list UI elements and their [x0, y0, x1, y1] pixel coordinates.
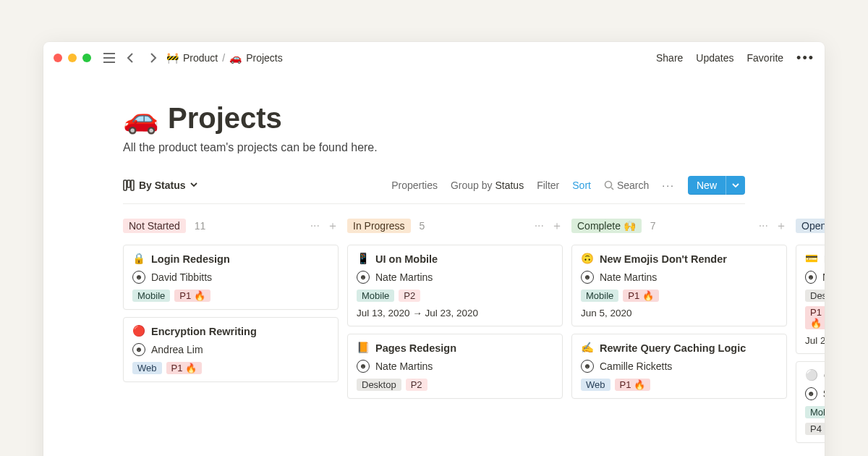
card-icon: 🔴 — [132, 325, 145, 337]
column-add-icon[interactable]: ＋ — [327, 219, 339, 234]
board-card[interactable]: 💳P☻NDesP1 🔥Jul 2 — [796, 245, 825, 354]
board-card[interactable]: 📙Pages Redesign☻Nate MartinsDesktopP2 — [347, 334, 563, 399]
svg-rect-0 — [124, 180, 127, 190]
card-title: 🔒Login Redesign — [132, 253, 329, 265]
database-toolbar: By Status Properties Group by Status Fil… — [43, 176, 825, 203]
chip: Desktop — [357, 379, 401, 391]
card-title-text: P — [824, 253, 825, 265]
nav-back-icon[interactable] — [123, 50, 139, 66]
maximize-window-icon[interactable] — [82, 54, 91, 62]
toolbar-more-icon[interactable]: ··· — [662, 180, 675, 191]
page-icon[interactable]: 🚗 — [123, 101, 159, 135]
breadcrumb-parent-icon[interactable]: 🚧 — [166, 52, 179, 64]
card-assignee: ☻Camille Ricketts — [581, 360, 778, 373]
card-icon: ⚪ — [805, 369, 818, 381]
card-title-text: UI on Mobile — [375, 253, 438, 265]
chip: Mob — [805, 406, 825, 418]
card-title: 🙃New Emojis Don't Render — [581, 253, 778, 265]
assignee-name: Nate Martins — [375, 271, 433, 283]
card-chips: WebP1 🔥 — [132, 362, 329, 374]
card-icon: 📙 — [357, 342, 370, 354]
column-more-icon[interactable]: ··· — [310, 219, 320, 232]
card-title-text: Encryption Rewriting — [151, 326, 257, 337]
chip: Mobile — [132, 290, 170, 302]
column-status-tag[interactable]: Complete 🙌 — [571, 219, 642, 233]
favorite-button[interactable]: Favorite — [747, 52, 784, 64]
card-chips: MobileP1 🔥 — [581, 290, 778, 302]
card-title: 💳P — [805, 253, 825, 265]
board-card[interactable]: 🙃New Emojis Don't Render☻Nate MartinsMob… — [571, 245, 787, 326]
card-chips: WebP1 🔥 — [581, 379, 778, 391]
column-header: Not Started11···＋ — [123, 214, 339, 237]
updates-button[interactable]: Updates — [696, 52, 733, 64]
card-date: Jun 5, 2020 — [581, 308, 778, 318]
card-chips: MobileP1 🔥 — [132, 290, 329, 302]
breadcrumb-current[interactable]: Projects — [246, 52, 283, 64]
card-icon: 📱 — [357, 253, 370, 265]
search-icon — [604, 180, 614, 190]
card-chips: DesP1 🔥 — [805, 290, 825, 329]
share-button[interactable]: Share — [656, 52, 683, 64]
card-date: Jul 2 — [805, 335, 825, 346]
breadcrumb-current-icon[interactable]: 🚗 — [229, 52, 242, 64]
titlebar-actions: Share Updates Favorite ••• — [656, 51, 814, 66]
search-button[interactable]: Search — [604, 180, 649, 191]
column-more-icon[interactable]: ··· — [535, 219, 544, 232]
chevron-down-icon — [732, 183, 739, 189]
assignee-name: S — [823, 388, 825, 400]
column-status-tag[interactable]: In Progress — [347, 219, 411, 233]
board-card[interactable]: 🔴Encryption Rewriting☻Andrea LimWebP1 🔥 — [123, 317, 339, 382]
column-more-icon[interactable]: ··· — [759, 219, 768, 232]
avatar: ☻ — [581, 271, 594, 284]
column-status-tag[interactable]: Open — [796, 219, 825, 233]
new-button[interactable]: New — [688, 176, 745, 195]
page-title-text[interactable]: Projects — [168, 102, 282, 135]
svg-point-3 — [605, 182, 611, 188]
board-card[interactable]: ✍️Rewrite Query Caching Logic☻Camille Ri… — [571, 334, 787, 399]
card-date: Jul 13, 2020 → Jul 23, 2020 — [357, 308, 553, 318]
new-button-dropdown[interactable] — [726, 176, 745, 195]
column-add-icon[interactable]: ＋ — [551, 219, 563, 234]
sort-button[interactable]: Sort — [572, 180, 591, 191]
avatar: ☻ — [581, 360, 594, 373]
board-card[interactable]: 🔒Login Redesign☻David TibbittsMobileP1 🔥 — [123, 245, 339, 310]
assignee-name: David Tibbitts — [151, 271, 212, 283]
hamburger-menu-icon[interactable] — [101, 50, 117, 66]
column-header: In Progress5···＋ — [347, 214, 563, 237]
board: Not Started11···＋🔒Login Redesign☻David T… — [123, 214, 825, 450]
card-title-text: Login Redesign — [151, 253, 230, 265]
nav-forward-icon[interactable] — [145, 50, 161, 66]
assignee-name: Camille Ricketts — [600, 360, 672, 372]
page-header: 🚗 Projects All the product team's projec… — [43, 101, 825, 176]
properties-button[interactable]: Properties — [391, 180, 438, 191]
avatar: ☻ — [132, 271, 145, 284]
chip: P4 — [805, 423, 825, 435]
chip: Web — [581, 379, 610, 391]
board-card[interactable]: 📱UI on Mobile☻Nate MartinsMobileP2Jul 13… — [347, 245, 563, 326]
close-window-icon[interactable] — [54, 54, 62, 62]
board-view-icon — [123, 180, 135, 191]
chip: P2 — [406, 379, 427, 391]
card-title-text: Pages Redesign — [375, 342, 456, 354]
chevron-down-icon — [190, 182, 197, 188]
chip: Des — [805, 290, 825, 302]
view-label: By Status — [139, 180, 186, 191]
breadcrumb-parent[interactable]: Product — [183, 52, 218, 64]
filter-button[interactable]: Filter — [537, 180, 559, 191]
avatar: ☻ — [805, 271, 817, 284]
titlebar: 🚧 Product / 🚗 Projects Share Updates Fav… — [43, 42, 825, 74]
avatar: ☻ — [132, 343, 145, 356]
card-icon: ✍️ — [581, 342, 594, 354]
column-status-tag[interactable]: Not Started — [123, 219, 186, 233]
card-title-text: Rewrite Query Caching Logic — [600, 342, 746, 354]
board-scroll[interactable]: Not Started11···＋🔒Login Redesign☻David T… — [43, 204, 825, 450]
minimize-window-icon[interactable] — [68, 54, 77, 62]
group-by-button[interactable]: Group by Status — [451, 180, 524, 191]
view-selector[interactable]: By Status — [123, 180, 197, 191]
more-menu-icon[interactable]: ••• — [796, 51, 814, 66]
page-subtitle: All the product team's projects can be f… — [123, 141, 745, 154]
board-card[interactable]: ⚪C☻SMobP4 — [796, 361, 825, 443]
chip: P2 — [399, 290, 420, 302]
board-column: Complete 🙌7···＋🙃New Emojis Don't Render☻… — [571, 214, 787, 450]
column-add-icon[interactable]: ＋ — [775, 219, 787, 234]
